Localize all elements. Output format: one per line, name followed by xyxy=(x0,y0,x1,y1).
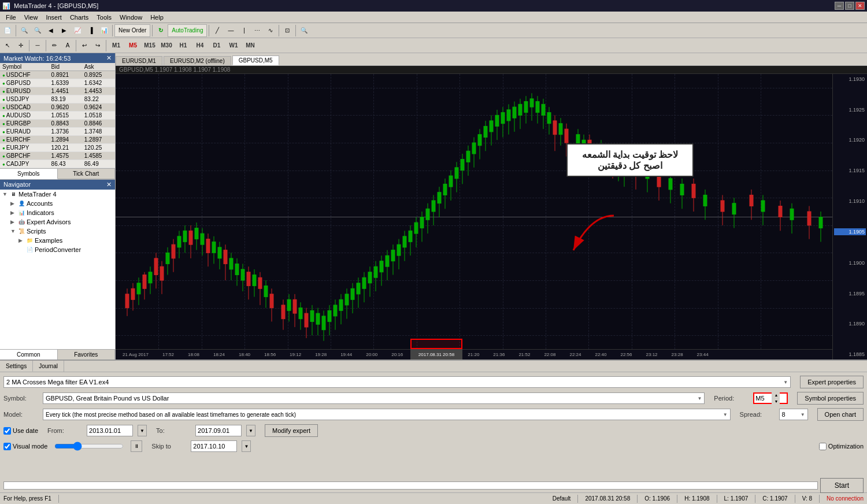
bar-chart-btn[interactable]: ▐ xyxy=(84,24,97,37)
autotrading-btn[interactable]: AutoTrading xyxy=(168,24,207,37)
chart-tab-gbpusd-m5[interactable]: GBPUSD,M5 xyxy=(232,55,279,65)
chart-tab-eurusd-m1[interactable]: EURUSD,M1 xyxy=(116,56,162,65)
nav-tab-favorites[interactable]: Favorites xyxy=(58,350,116,360)
from-date-btn[interactable]: ▼ xyxy=(138,425,147,436)
period-m15[interactable]: M15 xyxy=(142,39,158,52)
visual-mode-checkbox[interactable] xyxy=(3,443,11,450)
spread-dropdown[interactable]: ▼ xyxy=(801,412,805,417)
skip-to-input[interactable] xyxy=(191,440,237,452)
market-watch-row[interactable]: ●GBPCHF 1.4575 1.4585 xyxy=(0,152,115,160)
tab-symbols[interactable]: Symbols xyxy=(0,169,58,179)
tree-examples[interactable]: ▶ 📁 Examples xyxy=(16,236,115,245)
cursor-btn[interactable]: ↖ xyxy=(1,39,14,52)
symbol-combo[interactable]: GBPUSD, Great Britain Pound vs US Dollar… xyxy=(43,392,705,404)
period-m5[interactable]: M5 xyxy=(125,39,141,52)
tree-expert-advisors[interactable]: ▶ 🤖 Expert Advisors xyxy=(8,217,115,227)
tab-tick-chart[interactable]: Tick Chart xyxy=(58,169,116,179)
zoom-in-btn[interactable]: 🔍 xyxy=(18,24,31,37)
chart-line-btn[interactable]: 📈 xyxy=(71,24,84,37)
market-watch-row[interactable]: ●GBPUSD 1.6339 1.6342 xyxy=(0,79,115,87)
optimization-label[interactable]: Optimization xyxy=(819,443,864,450)
crosshair-btn[interactable]: ✛ xyxy=(14,39,27,52)
open-chart-btn[interactable]: Open chart xyxy=(817,408,864,421)
period-h4[interactable]: H4 xyxy=(192,39,208,52)
tree-accounts[interactable]: ▶ 👤 Accounts xyxy=(8,199,115,208)
period-m30[interactable]: M30 xyxy=(158,39,175,52)
template-btn[interactable]: ⊡ xyxy=(281,24,294,37)
to-date-btn[interactable]: ▼ xyxy=(246,425,255,436)
menu-window[interactable]: Window xyxy=(116,12,146,23)
fwd-btn[interactable]: ↪ xyxy=(91,39,104,52)
modify-expert-btn[interactable]: Modify expert xyxy=(265,424,318,437)
use-date-label[interactable]: Use date xyxy=(3,427,38,435)
at-btn[interactable]: ↻ xyxy=(154,24,167,37)
draw-btn[interactable]: ✏ xyxy=(48,39,61,52)
market-watch-row[interactable]: ●EURGBP 0.8843 0.8846 xyxy=(0,120,115,128)
model-combo[interactable]: Every tick (the most precise method base… xyxy=(43,409,731,420)
to-date-input[interactable] xyxy=(195,425,242,436)
period-w1[interactable]: W1 xyxy=(225,39,242,52)
menu-insert[interactable]: Insert xyxy=(42,12,65,23)
menu-charts[interactable]: Charts xyxy=(66,12,92,23)
period-down[interactable]: ▼ xyxy=(772,399,780,405)
search-btn[interactable]: 🔍 xyxy=(298,24,310,37)
visual-mode-label[interactable]: Visual mode xyxy=(3,443,47,450)
nav-tab-common[interactable]: Common xyxy=(0,350,58,360)
start-button[interactable]: Start xyxy=(820,478,864,493)
market-watch-row[interactable]: ●USDJPY 83.19 83.22 xyxy=(0,95,115,103)
use-date-checkbox[interactable] xyxy=(3,427,11,435)
market-watch-row[interactable]: ●EURUSD 1.4451 1.4453 xyxy=(0,87,115,95)
model-dropdown[interactable]: ▼ xyxy=(723,412,728,417)
period-h1[interactable]: H1 xyxy=(175,39,191,52)
trendline-btn[interactable]: ╱ xyxy=(211,24,224,37)
spread-combo[interactable]: 8 ▼ xyxy=(779,409,808,420)
market-watch-row[interactable]: ●USDCAD 0.9620 0.9624 xyxy=(0,103,115,112)
tree-indicators[interactable]: ▶ 📊 Indicators xyxy=(8,208,115,217)
line-btn[interactable]: ─ xyxy=(31,39,44,52)
visual-speed-slider[interactable] xyxy=(54,442,124,450)
pause-btn[interactable]: ⏸ xyxy=(131,440,142,452)
skip-to-btn[interactable]: ▼ xyxy=(242,440,251,452)
journal-tab[interactable]: Journal xyxy=(33,361,64,372)
market-watch-row[interactable]: ●CADJPY 86.43 86.49 xyxy=(0,160,115,168)
chart-tab-eurusd-m2[interactable]: EURUSD,M2 (offline) xyxy=(164,56,231,65)
hline-btn[interactable]: — xyxy=(224,24,237,37)
vline-btn[interactable]: | xyxy=(238,24,250,37)
menu-help[interactable]: Help xyxy=(147,12,167,23)
indicator-btn[interactable]: ∿ xyxy=(264,24,277,37)
maximize-button[interactable]: □ xyxy=(845,2,854,10)
ea-combo[interactable]: 2 MA Crosses Mega filter EA V1.ex4 ▼ xyxy=(3,376,791,388)
zoom-out-btn[interactable]: 🔍 xyxy=(31,24,44,37)
period-m1[interactable]: M1 xyxy=(108,39,124,52)
new-chart-btn[interactable]: 📄 xyxy=(1,24,14,37)
ea-dropdown-arrow[interactable]: ▼ xyxy=(783,380,788,385)
close-button[interactable]: ✕ xyxy=(855,2,865,10)
optimization-checkbox[interactable] xyxy=(819,443,827,450)
text-btn[interactable]: A xyxy=(61,39,74,52)
navigator-close[interactable]: ✕ xyxy=(106,181,112,188)
market-watch-row[interactable]: ●AUDUSD 1.0515 1.0518 xyxy=(0,112,115,120)
minimize-button[interactable]: ─ xyxy=(835,2,844,10)
period-up[interactable]: ▲ xyxy=(772,392,780,399)
period-combo[interactable]: ▲ ▼ xyxy=(753,392,788,404)
period-spinner[interactable]: ▲ ▼ xyxy=(772,392,780,404)
tree-period-converter[interactable]: 📄 PeriodConverter xyxy=(16,245,115,254)
menu-file[interactable]: File xyxy=(2,12,20,23)
settings-tab[interactable]: Settings xyxy=(0,361,33,372)
chart-canvas[interactable]: لاحظ توقيت بداية الشمعه اصبح كل دقيقتين … xyxy=(116,74,867,360)
fibo-btn[interactable]: ⋯ xyxy=(251,24,264,37)
menu-view[interactable]: View xyxy=(21,12,42,23)
market-watch-close[interactable]: ✕ xyxy=(106,54,112,62)
menu-tools[interactable]: Tools xyxy=(93,12,115,23)
symbol-properties-btn[interactable]: Symbol properties xyxy=(797,392,864,405)
scroll-left-btn[interactable]: ◀ xyxy=(45,24,57,37)
period-mn[interactable]: MN xyxy=(242,39,258,52)
scroll-right-btn[interactable]: ▶ xyxy=(58,24,71,37)
tree-root[interactable]: ▼ 🖥 MetaTrader 4 xyxy=(0,190,115,199)
market-watch-row[interactable]: ●EURJPY 120.21 120.25 xyxy=(0,144,115,152)
from-date-input[interactable] xyxy=(87,425,133,436)
period-input[interactable] xyxy=(754,395,772,402)
candle-btn[interactable]: 📊 xyxy=(98,24,110,37)
back-btn[interactable]: ↩ xyxy=(78,39,91,52)
market-watch-row[interactable]: ●EURAUD 1.3736 1.3748 xyxy=(0,128,115,136)
